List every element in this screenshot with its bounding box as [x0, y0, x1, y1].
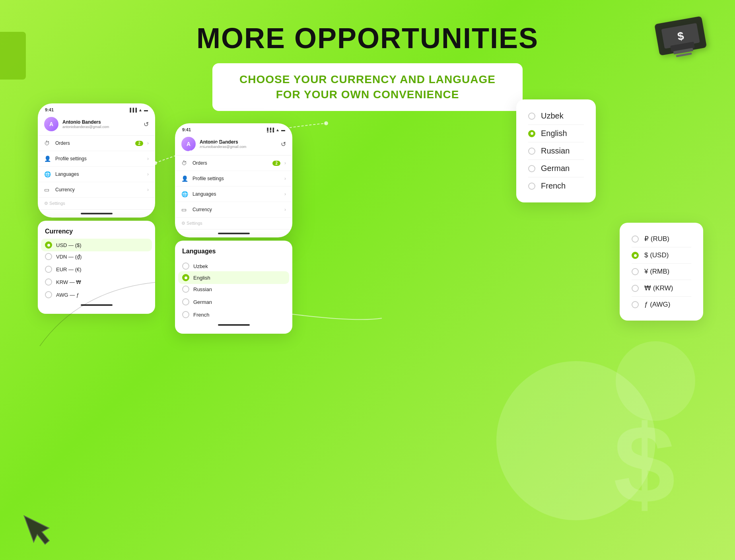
phone-left-bottom-bar [81, 213, 113, 214]
radio-card-russian[interactable] [528, 148, 535, 155]
radio-card-usd[interactable] [632, 252, 639, 259]
currency-icon-left: ▭ [44, 187, 51, 193]
menu-item-orders-center[interactable]: ⏱ Orders 2 › [176, 156, 292, 171]
lang-card-german[interactable]: German [528, 160, 584, 177]
lang-item-russian-center[interactable]: Russian [182, 283, 285, 296]
phone-center-refresh-icon[interactable]: ↺ [281, 140, 286, 148]
languages-panel-title: Languages [182, 248, 285, 255]
dollar-machine-icon: $ [644, 0, 719, 81]
lang-card-german-label: German [541, 164, 570, 173]
currency-item-vdn[interactable]: VDN — (₫) [45, 250, 148, 263]
lang-card-french[interactable]: French [528, 177, 584, 194]
radio-vdn[interactable] [45, 253, 52, 260]
profile-label-left: Profile settings [55, 156, 143, 161]
curr-card-rub[interactable]: ₽ (RUB) [632, 231, 691, 247]
radio-card-rmb[interactable] [632, 268, 639, 275]
languages-label-center: Languages [192, 191, 280, 197]
phones-area: 9:41 ▐▐▐ ▲ ▬ A Antonio Banders antonioba… [0, 91, 735, 560]
radio-card-rub[interactable] [632, 235, 639, 243]
radio-card-uzbek[interactable] [528, 113, 535, 120]
radio-card-french[interactable] [528, 183, 535, 190]
radio-french-center[interactable] [182, 311, 189, 318]
phone-center-profile[interactable]: A Antonio Banders antoniobanderas@gmail.… [176, 134, 292, 156]
lang-item-uzbek-center[interactable]: Uzbek [182, 260, 285, 272]
orders-chevron-center: › [284, 160, 286, 166]
menu-item-profile-left[interactable]: 👤 Profile settings › [39, 151, 154, 167]
currency-chevron-left: › [147, 187, 149, 192]
lang-russian-label-center: Russian [193, 286, 212, 292]
curr-card-usd[interactable]: $ (USD) [632, 247, 691, 264]
lang-card-uzbek-label: Uzbek [541, 111, 564, 121]
radio-russian-center[interactable] [182, 286, 189, 293]
phone-center-status-icons: ▐▐▐ ▲ ▬ [266, 128, 285, 132]
currency-panel-bottom [81, 304, 113, 306]
profile-chevron-left: › [147, 156, 149, 161]
phone-center-profile-name: Antonio Banders [200, 139, 246, 145]
currency-item-usd[interactable]: USD — ($) [41, 239, 152, 251]
menu-item-currency-center[interactable]: ▭ Currency › [176, 202, 292, 218]
lang-card-uzbek[interactable]: Uzbek [528, 107, 584, 125]
profile-icon-left: 👤 [44, 156, 51, 162]
phone-left-time: 9:41 [45, 107, 54, 112]
curr-card-awg-label: ƒ (AWG) [644, 301, 670, 309]
curr-card-rmb[interactable]: ¥ (RMB) [632, 264, 691, 280]
currency-vdn-label: VDN — (₫) [56, 254, 82, 260]
curr-card-awg[interactable]: ƒ (AWG) [632, 297, 691, 313]
languages-label-left: Languages [55, 171, 143, 177]
phone-center-profile-info: Antonio Banders antoniobanderas@gmail.co… [200, 139, 246, 149]
phone-left-status-bar: 9:41 ▐▐▐ ▲ ▬ [39, 104, 154, 114]
currency-krw-label: KRW — ₩ [56, 279, 81, 285]
lang-card-russian[interactable]: Russian [528, 142, 584, 160]
phone-left-profile[interactable]: A Antonio Banders antoniobanderas@gmail.… [39, 114, 154, 136]
menu-item-languages-center[interactable]: 🌐 Languages › [176, 187, 292, 202]
radio-awg[interactable] [45, 291, 52, 298]
lang-english-label-center: English [193, 275, 210, 281]
green-flag-decoration [0, 32, 26, 80]
lang-uzbek-label-center: Uzbek [193, 263, 208, 269]
phone-left-frame: 9:41 ▐▐▐ ▲ ▬ A Antonio Banders antonioba… [38, 103, 155, 218]
radio-german-center[interactable] [182, 298, 189, 305]
radio-card-english[interactable] [528, 130, 535, 137]
radio-english-center[interactable] [182, 274, 189, 281]
radio-usd[interactable] [45, 241, 52, 249]
radio-eur[interactable] [45, 266, 52, 273]
currency-label-left: Currency [55, 187, 143, 192]
menu-item-orders-left[interactable]: ⏱ Orders 2 › [39, 136, 154, 151]
profile-chevron-center: › [284, 176, 286, 181]
currency-panel: Currency USD — ($) VDN — (₫) EUR — (€) K… [38, 221, 155, 314]
svg-point-8 [324, 121, 328, 125]
battery-icon-c: ▬ [281, 128, 285, 132]
settings-row-left: ⚙ Settings [39, 198, 154, 210]
radio-card-krw[interactable] [632, 285, 639, 292]
languages-panel: Languages Uzbek English Russian German F… [175, 241, 292, 334]
languages-icon-center: 🌐 [181, 191, 189, 197]
curr-card-rub-label: ₽ (RUB) [644, 235, 669, 243]
phone-left-status-icons: ▐▐▐ ▲ ▬ [128, 108, 148, 112]
radio-card-awg[interactable] [632, 301, 639, 308]
lang-item-german-center[interactable]: German [182, 296, 285, 308]
profile-icon-center: 👤 [181, 175, 189, 182]
signal-icon-c: ▐▐▐ [266, 128, 274, 132]
lang-card-english[interactable]: English [528, 125, 584, 142]
orders-label-left: Orders [55, 140, 131, 146]
battery-icon: ▬ [144, 108, 148, 112]
curr-card-krw[interactable]: ₩ (KRW) [632, 280, 691, 297]
menu-item-currency-left[interactable]: ▭ Currency › [39, 182, 154, 198]
currency-item-krw[interactable]: KRW — ₩ [45, 276, 148, 288]
radio-uzbek-center[interactable] [182, 262, 189, 270]
phone-left-refresh-icon[interactable]: ↺ [144, 121, 149, 128]
languages-icon-left: 🌐 [44, 171, 51, 177]
currency-usd-label: USD — ($) [56, 242, 82, 248]
menu-item-languages-left[interactable]: 🌐 Languages › [39, 167, 154, 182]
orders-badge-center: 2 [272, 161, 280, 166]
currency-card: ₽ (RUB) $ (USD) ¥ (RMB) ₩ (KRW) ƒ (AWG) [620, 223, 703, 321]
currency-item-eur[interactable]: EUR — (€) [45, 263, 148, 276]
currency-item-awg[interactable]: AWG — ƒ [45, 288, 148, 301]
menu-item-profile-center[interactable]: 👤 Profile settings › [176, 171, 292, 187]
lang-card-french-label: French [541, 181, 566, 191]
lang-item-french-center[interactable]: French [182, 308, 285, 321]
lang-card-russian-label: Russian [541, 146, 570, 156]
radio-card-german[interactable] [528, 165, 535, 172]
radio-krw[interactable] [45, 278, 52, 286]
lang-item-english-center[interactable]: English [178, 271, 289, 284]
